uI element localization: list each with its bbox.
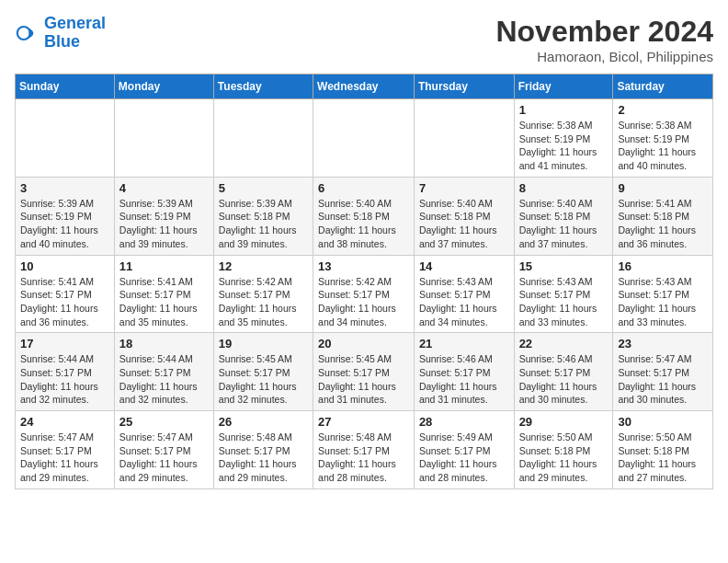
calendar-cell: 15 Sunrise: 5:43 AM Sunset: 5:17 PM Dayl… xyxy=(514,255,613,333)
day-number: 21 xyxy=(419,337,509,350)
calendar-cell: 5 Sunrise: 5:39 AM Sunset: 5:18 PM Dayli… xyxy=(213,177,313,255)
calendar-cell: 24 Sunrise: 5:47 AM Sunset: 5:17 PM Dayl… xyxy=(16,411,115,489)
day-number: 26 xyxy=(219,415,308,429)
svg-point-0 xyxy=(17,27,30,40)
day-info: Sunrise: 5:47 AM Sunset: 5:17 PM Dayligh… xyxy=(119,431,209,485)
day-number: 17 xyxy=(20,337,109,350)
weekday-header-tuesday: Tuesday xyxy=(213,75,313,99)
calendar-cell: 25 Sunrise: 5:47 AM Sunset: 5:17 PM Dayl… xyxy=(114,411,213,489)
calendar-cell xyxy=(114,99,213,178)
calendar-cell: 17 Sunrise: 5:44 AM Sunset: 5:17 PM Dayl… xyxy=(16,333,115,411)
day-number: 12 xyxy=(219,259,308,273)
calendar-cell: 11 Sunrise: 5:41 AM Sunset: 5:17 PM Dayl… xyxy=(114,255,213,333)
calendar-cell xyxy=(16,99,115,178)
day-number: 9 xyxy=(618,181,708,195)
day-info: Sunrise: 5:42 AM Sunset: 5:17 PM Dayligh… xyxy=(219,275,308,329)
day-info: Sunrise: 5:39 AM Sunset: 5:18 PM Dayligh… xyxy=(219,197,308,251)
day-number: 2 xyxy=(618,103,708,117)
calendar-cell: 1 Sunrise: 5:38 AM Sunset: 5:19 PM Dayli… xyxy=(514,99,613,178)
day-number: 29 xyxy=(519,415,609,429)
day-number: 23 xyxy=(618,337,708,350)
day-info: Sunrise: 5:41 AM Sunset: 5:17 PM Dayligh… xyxy=(20,275,109,329)
calendar-cell: 14 Sunrise: 5:43 AM Sunset: 5:17 PM Dayl… xyxy=(414,255,514,333)
day-number: 7 xyxy=(419,181,509,195)
calendar-cell: 8 Sunrise: 5:40 AM Sunset: 5:18 PM Dayli… xyxy=(514,177,613,255)
day-number: 10 xyxy=(20,259,109,273)
day-info: Sunrise: 5:39 AM Sunset: 5:19 PM Dayligh… xyxy=(20,197,109,251)
day-number: 16 xyxy=(618,259,708,273)
day-info: Sunrise: 5:42 AM Sunset: 5:17 PM Dayligh… xyxy=(318,275,409,329)
logo: General Blue xyxy=(15,15,106,52)
calendar-cell xyxy=(213,99,313,178)
calendar-cell: 10 Sunrise: 5:41 AM Sunset: 5:17 PM Dayl… xyxy=(16,255,115,333)
day-info: Sunrise: 5:44 AM Sunset: 5:17 PM Dayligh… xyxy=(119,352,209,407)
day-info: Sunrise: 5:41 AM Sunset: 5:17 PM Dayligh… xyxy=(119,275,209,329)
calendar-cell: 16 Sunrise: 5:43 AM Sunset: 5:17 PM Dayl… xyxy=(613,255,713,333)
week-row-2: 3 Sunrise: 5:39 AM Sunset: 5:19 PM Dayli… xyxy=(16,177,713,255)
weekday-header-sunday: Sunday xyxy=(16,75,115,99)
calendar-cell: 4 Sunrise: 5:39 AM Sunset: 5:19 PM Dayli… xyxy=(114,177,213,255)
day-info: Sunrise: 5:39 AM Sunset: 5:19 PM Dayligh… xyxy=(119,197,209,251)
page-header: General Blue November 2024 Hamoraon, Bic… xyxy=(15,15,713,64)
calendar-cell: 19 Sunrise: 5:45 AM Sunset: 5:17 PM Dayl… xyxy=(213,333,313,411)
calendar-cell: 2 Sunrise: 5:38 AM Sunset: 5:19 PM Dayli… xyxy=(613,99,713,178)
day-number: 27 xyxy=(318,415,409,429)
week-row-5: 24 Sunrise: 5:47 AM Sunset: 5:17 PM Dayl… xyxy=(16,411,713,489)
day-number: 24 xyxy=(20,415,109,429)
day-number: 4 xyxy=(119,181,209,195)
logo-text: General Blue xyxy=(44,15,106,52)
calendar-cell: 26 Sunrise: 5:48 AM Sunset: 5:17 PM Dayl… xyxy=(213,411,313,489)
weekday-header-wednesday: Wednesday xyxy=(313,75,415,99)
calendar-cell: 28 Sunrise: 5:49 AM Sunset: 5:17 PM Dayl… xyxy=(414,411,514,489)
day-number: 25 xyxy=(119,415,209,429)
weekday-header-row: SundayMondayTuesdayWednesdayThursdayFrid… xyxy=(16,75,713,99)
day-number: 11 xyxy=(119,259,209,273)
day-number: 30 xyxy=(618,415,708,429)
day-info: Sunrise: 5:47 AM Sunset: 5:17 PM Dayligh… xyxy=(618,352,708,407)
logo-line2: Blue xyxy=(44,33,106,52)
calendar-cell: 30 Sunrise: 5:50 AM Sunset: 5:18 PM Dayl… xyxy=(613,411,713,489)
weekday-header-monday: Monday xyxy=(114,75,213,99)
day-info: Sunrise: 5:50 AM Sunset: 5:18 PM Dayligh… xyxy=(519,431,609,485)
day-number: 15 xyxy=(519,259,609,273)
day-number: 8 xyxy=(519,181,609,195)
day-info: Sunrise: 5:40 AM Sunset: 5:18 PM Dayligh… xyxy=(519,197,609,251)
day-number: 5 xyxy=(219,181,308,195)
weekday-header-saturday: Saturday xyxy=(613,75,713,99)
day-number: 6 xyxy=(318,181,409,195)
calendar-cell: 7 Sunrise: 5:40 AM Sunset: 5:18 PM Dayli… xyxy=(414,177,514,255)
day-info: Sunrise: 5:43 AM Sunset: 5:17 PM Dayligh… xyxy=(419,275,509,329)
weekday-header-thursday: Thursday xyxy=(414,75,514,99)
day-info: Sunrise: 5:46 AM Sunset: 5:17 PM Dayligh… xyxy=(419,352,509,407)
day-number: 14 xyxy=(419,259,509,273)
calendar-cell: 22 Sunrise: 5:46 AM Sunset: 5:17 PM Dayl… xyxy=(514,333,613,411)
day-info: Sunrise: 5:45 AM Sunset: 5:17 PM Dayligh… xyxy=(318,352,409,407)
day-info: Sunrise: 5:48 AM Sunset: 5:17 PM Dayligh… xyxy=(219,431,308,485)
week-row-3: 10 Sunrise: 5:41 AM Sunset: 5:17 PM Dayl… xyxy=(16,255,713,333)
day-info: Sunrise: 5:46 AM Sunset: 5:17 PM Dayligh… xyxy=(519,352,609,407)
day-info: Sunrise: 5:38 AM Sunset: 5:19 PM Dayligh… xyxy=(618,119,708,173)
day-info: Sunrise: 5:45 AM Sunset: 5:17 PM Dayligh… xyxy=(219,352,308,407)
calendar-cell: 29 Sunrise: 5:50 AM Sunset: 5:18 PM Dayl… xyxy=(514,411,613,489)
calendar-cell xyxy=(414,99,514,178)
day-number: 22 xyxy=(519,337,609,350)
calendar-table: SundayMondayTuesdayWednesdayThursdayFrid… xyxy=(15,74,713,489)
day-info: Sunrise: 5:40 AM Sunset: 5:18 PM Dayligh… xyxy=(419,197,509,251)
location-title: Hamoraon, Bicol, Philippines xyxy=(495,49,713,64)
day-info: Sunrise: 5:43 AM Sunset: 5:17 PM Dayligh… xyxy=(519,275,609,329)
week-row-4: 17 Sunrise: 5:44 AM Sunset: 5:17 PM Dayl… xyxy=(16,333,713,411)
calendar-cell: 27 Sunrise: 5:48 AM Sunset: 5:17 PM Dayl… xyxy=(313,411,415,489)
day-info: Sunrise: 5:49 AM Sunset: 5:17 PM Dayligh… xyxy=(419,431,509,485)
day-number: 13 xyxy=(318,259,409,273)
calendar-cell: 6 Sunrise: 5:40 AM Sunset: 5:18 PM Dayli… xyxy=(313,177,415,255)
day-info: Sunrise: 5:41 AM Sunset: 5:18 PM Dayligh… xyxy=(618,197,708,251)
calendar-cell: 13 Sunrise: 5:42 AM Sunset: 5:17 PM Dayl… xyxy=(313,255,415,333)
calendar-cell: 18 Sunrise: 5:44 AM Sunset: 5:17 PM Dayl… xyxy=(114,333,213,411)
calendar-cell: 12 Sunrise: 5:42 AM Sunset: 5:17 PM Dayl… xyxy=(213,255,313,333)
calendar-cell: 9 Sunrise: 5:41 AM Sunset: 5:18 PM Dayli… xyxy=(613,177,713,255)
day-number: 3 xyxy=(20,181,109,195)
day-number: 18 xyxy=(119,337,209,350)
day-info: Sunrise: 5:43 AM Sunset: 5:17 PM Dayligh… xyxy=(618,275,708,329)
day-number: 20 xyxy=(318,337,409,350)
logo-icon xyxy=(15,20,40,46)
